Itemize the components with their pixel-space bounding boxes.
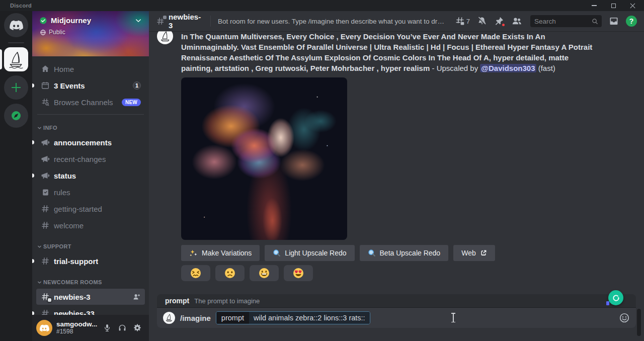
hash-icon — [41, 204, 50, 213]
message-input[interactable]: /imagine prompt wild animals zebra::2 li… — [157, 308, 636, 328]
category-support[interactable]: SUPPORT — [36, 240, 145, 252]
button-label: Make Variations — [202, 249, 252, 257]
discord-logo-icon — [39, 324, 49, 332]
server-icon-midjourney[interactable] — [4, 47, 28, 71]
close-icon — [630, 3, 635, 9]
generated-image[interactable] — [181, 77, 347, 240]
channel-newbies-3[interactable]: newbies-3 — [36, 289, 145, 305]
megaphone-icon — [41, 171, 50, 180]
reaction-disappointed[interactable] — [215, 265, 245, 281]
autocomplete-option[interactable]: prompt — [165, 297, 189, 305]
reaction-grinning[interactable] — [250, 265, 279, 281]
beta-upscale-redo-button[interactable]: Beta Upscale Redo — [360, 245, 449, 261]
avatar[interactable] — [36, 320, 52, 336]
question-mark-icon: ? — [629, 17, 634, 25]
option-value-input[interactable]: wild animals zebra::2 lions::3 rats:: — [249, 312, 370, 324]
add-server-button[interactable] — [4, 75, 28, 100]
grammarly-widget[interactable] — [608, 290, 623, 305]
sidebar-item-label: Browse Channels — [54, 98, 113, 107]
channel-announcements[interactable]: announcements — [36, 134, 145, 150]
reaction-confounded[interactable] — [181, 265, 210, 281]
web-button[interactable]: Web — [453, 245, 495, 261]
slowmode-badge — [163, 16, 167, 19]
magnifier-emoji-icon — [368, 249, 376, 257]
channel-name: welcome — [54, 221, 84, 230]
slash-command-autocomplete[interactable]: prompt The prompt to imagine — [157, 294, 636, 308]
threads-button[interactable]: 7 — [455, 16, 470, 26]
pinned-messages-button[interactable] — [494, 16, 504, 26]
sidebar-item-browse-channels[interactable]: Browse Channels NEW — [36, 94, 145, 110]
smiley-icon — [619, 312, 630, 323]
grammarly-extension-badge — [606, 301, 609, 305]
channel-status[interactable]: status — [36, 167, 145, 184]
channel-name: newbies-33 — [54, 309, 95, 315]
category-label: INFO — [43, 125, 57, 131]
discord-window: Discord — [0, 0, 644, 341]
members-icon — [511, 16, 522, 26]
compass-icon — [10, 110, 22, 122]
chat-area: newbies-3 Bot room for new users. Type /… — [149, 11, 644, 341]
thread-count: 7 — [466, 18, 470, 25]
plus-icon — [11, 82, 21, 93]
explore-servers-button[interactable] — [4, 104, 28, 128]
search-box[interactable] — [530, 15, 602, 27]
server-name: Midjourney — [51, 16, 91, 25]
invite-member-icon[interactable] — [132, 293, 141, 301]
channel-name: newbies-3 — [54, 293, 91, 301]
channel-welcome[interactable]: welcome — [36, 217, 145, 233]
username: samgoodw... — [56, 320, 97, 328]
slowmode-badge — [48, 298, 51, 302]
channel-rules[interactable]: rules — [36, 184, 145, 200]
unread-pill — [32, 83, 34, 88]
mute-button[interactable] — [100, 320, 115, 335]
deafen-button[interactable] — [115, 320, 130, 335]
channel-trial-support[interactable]: trial-support — [36, 253, 145, 269]
settings-button[interactable] — [130, 320, 145, 335]
bot-avatar[interactable] — [157, 31, 173, 44]
server-banner[interactable]: Midjourney Public — [32, 11, 149, 56]
sailboat-icon — [158, 31, 172, 43]
reaction-heart-eyes[interactable] — [284, 265, 313, 281]
rail-separator — [8, 42, 24, 43]
chevron-down-icon — [37, 280, 42, 285]
category-newcomer-rooms[interactable]: NEWCOMER ROOMS — [36, 276, 145, 288]
search-input[interactable] — [534, 18, 591, 25]
unread-pill — [32, 174, 34, 178]
channel-name: status — [54, 172, 76, 180]
minimize-icon — [592, 5, 597, 6]
scrollbar-thumb[interactable] — [637, 309, 641, 336]
button-label: Light Upscale Redo — [285, 249, 346, 257]
channel-newbies-33[interactable]: newbies-33 — [36, 305, 145, 315]
sidebar-divider — [37, 114, 144, 115]
sidebar-item-home[interactable]: Home — [36, 61, 145, 77]
channel-name: recent-changes — [54, 155, 106, 163]
member-list-button[interactable] — [511, 16, 522, 26]
make-variations-button[interactable]: Make Variations — [181, 245, 260, 261]
server-header[interactable]: Midjourney — [32, 11, 149, 25]
light-upscale-redo-button[interactable]: Light Upscale Redo — [265, 245, 354, 261]
channel-getting-started[interactable]: getting-started — [36, 201, 145, 217]
browse-channels-icon — [41, 98, 50, 107]
user-meta[interactable]: samgoodw... #1598 — [56, 320, 97, 335]
emoji-picker-button[interactable] — [619, 312, 630, 323]
user-discriminator: #1598 — [56, 328, 97, 335]
sidebar-item-events[interactable]: 3 Events 1 — [36, 77, 145, 94]
inbox-button[interactable] — [609, 16, 619, 26]
home-server-button[interactable] — [4, 13, 28, 37]
user-mention[interactable]: @Davidson303 — [480, 64, 536, 72]
maximize-button[interactable] — [604, 0, 623, 11]
message: In The Quantum Multiverses, Every Choice… — [157, 31, 604, 281]
minimize-button[interactable] — [585, 0, 604, 11]
category-info[interactable]: INFO — [36, 122, 145, 134]
close-button[interactable] — [623, 0, 642, 11]
channel-recent-changes[interactable]: recent-changes — [36, 151, 145, 167]
grinning-face-icon — [259, 268, 270, 279]
help-button[interactable]: ? — [626, 16, 637, 27]
discord-logo-icon — [9, 20, 23, 31]
channel-topic[interactable]: Bot room for new users. Type /imagine th… — [218, 18, 448, 25]
notifications-button[interactable] — [477, 16, 487, 26]
external-link-icon — [480, 249, 487, 257]
chevron-down-icon[interactable] — [135, 17, 142, 24]
command-option-pill[interactable]: prompt wild animals zebra::2 lions::3 ra… — [216, 311, 370, 324]
channel-title: newbies-3 — [169, 13, 203, 30]
